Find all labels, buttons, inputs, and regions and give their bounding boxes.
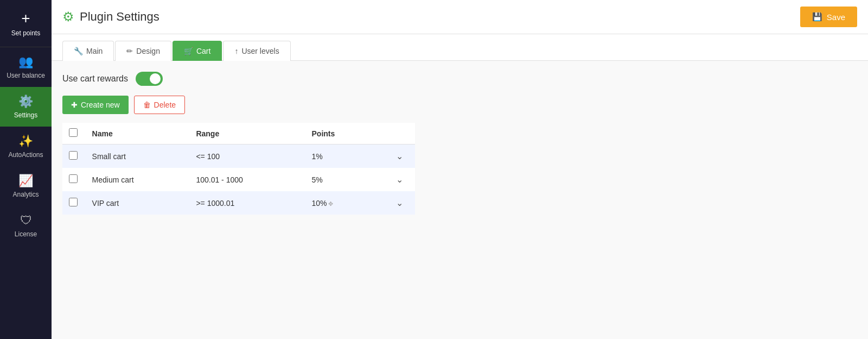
sidebar-item-autoactions[interactable]: ✨ AutoActions <box>0 127 52 166</box>
header-action <box>386 123 415 145</box>
toggle-thumb <box>150 73 161 84</box>
header-points: Points <box>305 123 386 145</box>
table-row: Medium cart 100.01 - 1000 5% ⌄ <box>62 168 415 191</box>
sidebar-top-label: Set points <box>11 29 40 37</box>
header-checkbox-cell <box>62 123 86 145</box>
design-tab-icon: ✏ <box>126 47 133 55</box>
row-points-1: 5% <box>305 168 386 191</box>
row-expand-1: ⌄ <box>386 168 415 191</box>
create-label: Create new <box>81 101 120 109</box>
page-header: ⚙ Plugin Settings 💾 Save <box>52 0 868 34</box>
header-left: ⚙ Plugin Settings <box>62 9 159 24</box>
row-checkbox-2[interactable] <box>69 198 78 206</box>
main-tab-icon: 🔧 <box>74 47 83 55</box>
analytics-icon: 📈 <box>18 174 33 188</box>
cart-rewards-toggle[interactable] <box>136 72 163 86</box>
create-icon: ✚ <box>71 101 78 109</box>
main-content: ⚙ Plugin Settings 💾 Save 🔧 Main ✏ Design… <box>52 0 868 339</box>
sidebar: + Set points 👥 User balance ⚙️ Settings … <box>0 0 52 339</box>
toggle-label: Use cart rewards <box>62 74 128 84</box>
select-all-checkbox[interactable] <box>69 128 78 137</box>
sidebar-label-analytics: Analytics <box>12 191 39 198</box>
row-checkbox-0[interactable] <box>69 151 78 160</box>
sidebar-label-license: License <box>15 230 37 238</box>
magic-icon: ✨ <box>18 134 33 148</box>
tab-bar: 🔧 Main ✏ Design 🛒 Cart ↑ User levels <box>52 34 868 61</box>
row-points-2: 10%✥ <box>305 191 386 215</box>
sidebar-item-user-balance[interactable]: 👥 User balance <box>0 47 52 87</box>
table-header-row: Name Range Points <box>62 123 415 145</box>
row-name-0: Small cart <box>86 145 190 168</box>
create-new-button[interactable]: ✚ Create new <box>62 96 129 114</box>
plus-icon: + <box>21 10 30 27</box>
header-range: Range <box>189 123 305 145</box>
row-expand-2: ⌄ <box>386 191 415 215</box>
shield-icon: 🛡 <box>20 214 32 228</box>
page-title: Plugin Settings <box>80 10 159 24</box>
content-area: Use cart rewards ✚ Create new 🗑 Delete <box>52 61 868 339</box>
tab-cart[interactable]: 🛒 Cart <box>173 41 222 61</box>
row-name-1: Medium cart <box>86 168 190 191</box>
cart-tab-label: Cart <box>196 47 210 55</box>
row-name-2: VIP cart <box>86 191 190 215</box>
save-icon: 💾 <box>812 12 822 22</box>
sidebar-item-settings[interactable]: ⚙️ Settings <box>0 87 52 127</box>
delete-label: Delete <box>154 101 176 109</box>
row-expand-0: ⌄ <box>386 145 415 168</box>
sidebar-item-analytics[interactable]: 📈 Analytics <box>0 166 52 206</box>
delete-button[interactable]: 🗑 Delete <box>134 96 185 114</box>
row-range-0: <= 100 <box>189 145 305 168</box>
sidebar-item-license[interactable]: 🛡 License <box>0 206 52 246</box>
row-checkbox-cell <box>62 168 86 191</box>
save-label: Save <box>827 12 845 22</box>
tab-design[interactable]: ✏ Design <box>115 41 171 61</box>
chevron-down-button-0[interactable]: ⌄ <box>393 150 406 162</box>
chevron-down-button-1[interactable]: ⌄ <box>393 173 406 186</box>
row-checkbox-1[interactable] <box>69 174 78 183</box>
table-row: Small cart <= 100 1% ⌄ <box>62 145 415 168</box>
sidebar-label-autoactions: AutoActions <box>8 151 43 159</box>
cart-tab-icon: 🛒 <box>184 47 193 55</box>
header-gear-icon: ⚙ <box>62 9 74 24</box>
row-range-2: >= 1000.01 <box>189 191 305 215</box>
tab-user-levels[interactable]: ↑ User levels <box>223 41 290 61</box>
row-checkbox-cell <box>62 191 86 215</box>
save-button[interactable]: 💾 Save <box>800 7 857 27</box>
table-row: VIP cart >= 1000.01 10%✥ ⌄ <box>62 191 415 215</box>
sidebar-label-user-balance: User balance <box>7 72 45 79</box>
main-tab-label: Main <box>86 47 103 55</box>
sidebar-set-points[interactable]: + Set points <box>0 0 52 47</box>
user-levels-tab-icon: ↑ <box>234 47 238 55</box>
user-levels-tab-label: User levels <box>241 47 279 55</box>
design-tab-label: Design <box>136 47 160 55</box>
cart-rewards-toggle-row: Use cart rewards <box>62 72 857 86</box>
row-range-1: 100.01 - 1000 <box>189 168 305 191</box>
row-points-0: 1% <box>305 145 386 168</box>
action-buttons: ✚ Create new 🗑 Delete <box>62 96 857 114</box>
sidebar-label-settings: Settings <box>14 111 37 119</box>
row-checkbox-cell <box>62 145 86 168</box>
rewards-table: Name Range Points Small cart <= 100 1% ⌄… <box>62 123 415 215</box>
trash-icon: 🗑 <box>143 101 151 109</box>
gear-icon: ⚙️ <box>18 95 33 109</box>
header-name: Name <box>86 123 190 145</box>
tab-main[interactable]: 🔧 Main <box>62 41 114 61</box>
users-icon: 👥 <box>18 55 33 69</box>
chevron-down-button-2[interactable]: ⌄ <box>393 197 406 209</box>
